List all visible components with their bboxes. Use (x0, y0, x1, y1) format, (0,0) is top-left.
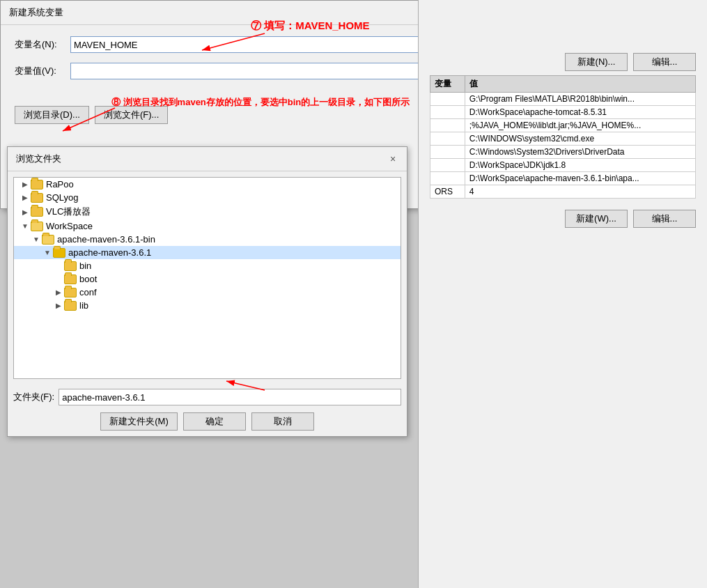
tree-toggle-apache-maven-bin: ▼ (31, 235, 42, 243)
tree-label-conf: conf (79, 287, 97, 297)
folder-label: 文件夹(F): (13, 391, 54, 403)
browse-file-button[interactable]: 浏览文件(F)... (95, 106, 168, 124)
tree-label-workspace: WorkSpace (46, 221, 93, 231)
tree-item-conf[interactable]: ▶conf (14, 286, 401, 299)
table-row: G:\Program Files\MATLAB\R2018b\bin\win..… (430, 93, 696, 106)
tree-toggle-lib: ▶ (53, 302, 64, 309)
tree-item-vlc[interactable]: ▶VLC播放器 (14, 204, 401, 219)
edit-w-button[interactable]: 编辑... (633, 210, 696, 228)
table-cell-var (430, 93, 465, 106)
folder-icon-workspace (31, 222, 43, 231)
tree-item-workspace[interactable]: ▼WorkSpace (14, 219, 401, 233)
tree-label-lib: lib (79, 300, 88, 311)
tree-toggle-workspace: ▼ (20, 222, 31, 230)
file-browser-dialog: 浏览文件夹 × ▶RaPoo▶SQLyog▶VLC播放器▼WorkSpace▼a… (7, 146, 407, 437)
new-folder-button[interactable]: 新建文件夹(M) (100, 412, 178, 431)
col-var-header: 变量 (430, 76, 465, 93)
table-row: D:\WorkSpace\apache-tomcat-8.5.31 (430, 106, 696, 119)
folder-icon-apache-maven (53, 248, 65, 258)
tree-item-rapoo[interactable]: ▶RaPoo (14, 178, 401, 191)
top-btn-row: 新建(N)... 编辑... (430, 53, 696, 71)
bottom-btn-row: 新建(W)... 编辑... (430, 210, 696, 228)
tree-item-apache-maven-bin[interactable]: ▼apache-maven-3.6.1-bin (14, 233, 401, 246)
table-cell-var (430, 172, 465, 185)
folder-icon-boot (64, 274, 77, 284)
tree-toggle-sqlyog: ▶ (20, 194, 31, 201)
new-w-button[interactable]: 新建(W)... (565, 210, 628, 228)
table-row: C:\WINDOWS\system32\cmd.exe (430, 132, 696, 146)
table-cell-val: D:\WorkSpace\apache-maven-3.6.1-bin\apa.… (465, 172, 695, 185)
table-cell-val: C:\WINDOWS\system32\cmd.exe (465, 132, 695, 146)
folder-icon-lib (64, 301, 77, 311)
tree-item-boot[interactable]: boot (14, 272, 401, 286)
table-row: ORS4 (430, 185, 696, 199)
file-dialog-title: 浏览文件夹 (16, 153, 61, 165)
right-panel-inner: 新建(N)... 编辑... 变量 值 G:\Program Files\MAT… (419, 0, 707, 243)
table-cell-val: ;%JAVA_HOME%\lib\dt.jar;%JAVA_HOME%... (465, 119, 695, 132)
tree-toggle-apache-maven: ▼ (42, 249, 53, 256)
table-row: C:\Windows\System32\Drivers\DriverData (430, 146, 696, 159)
file-bottom-buttons: 新建文件夹(M) 确定 取消 (8, 408, 407, 436)
tree-label-apache-maven: apache-maven-3.6.1 (68, 247, 151, 258)
table-cell-var: ORS (430, 185, 465, 199)
table-cell-var (430, 146, 465, 159)
tree-toggle-vlc: ▶ (20, 208, 31, 216)
tree-label-bin: bin (79, 261, 91, 271)
file-dialog-titlebar: 浏览文件夹 × (8, 147, 407, 171)
var-value-label: 变量值(V): (15, 65, 70, 77)
col-val-header: 值 (465, 76, 695, 93)
file-tree-area[interactable]: ▶RaPoo▶SQLyog▶VLC播放器▼WorkSpace▼apache-ma… (13, 177, 401, 379)
table-cell-val: 4 (465, 185, 695, 199)
right-panel: 新建(N)... 编辑... 变量 值 G:\Program Files\MAT… (418, 0, 707, 588)
table-cell-var (430, 119, 465, 132)
tree-item-lib[interactable]: ▶lib (14, 299, 401, 312)
env-table-top-section: 新建(N)... 编辑... 变量 值 G:\Program Files\MAT… (430, 53, 696, 228)
tree-item-apache-maven[interactable]: ▼apache-maven-3.6.1 (14, 246, 401, 259)
edit-n-button[interactable]: 编辑... (633, 53, 696, 71)
folder-icon-apache-maven-bin (42, 235, 54, 245)
tree-label-vlc: VLC播放器 (46, 206, 91, 218)
file-cancel-button[interactable]: 取消 (251, 412, 314, 431)
table-cell-var (430, 132, 465, 146)
tree-toggle-rapoo: ▶ (20, 180, 31, 188)
table-cell-var (430, 159, 465, 172)
table-row: D:\WorkSpace\JDK\jdk1.8 (430, 159, 696, 172)
browse-dir-button[interactable]: 浏览目录(D)... (15, 106, 89, 124)
table-cell-val: D:\WorkSpace\apache-tomcat-8.5.31 (465, 106, 695, 119)
folder-icon-rapoo (31, 180, 43, 189)
folder-icon-conf (64, 288, 77, 297)
tree-label-apache-maven-bin: apache-maven-3.6.1-bin (57, 234, 155, 245)
file-ok-button[interactable]: 确定 (183, 412, 246, 431)
table-cell-val: D:\WorkSpace\JDK\jdk1.8 (465, 159, 695, 172)
table-row: D:\WorkSpace\apache-maven-3.6.1-bin\apa.… (430, 172, 696, 185)
folder-icon-vlc (31, 207, 43, 217)
tree-label-boot: boot (79, 274, 97, 284)
table-cell-val: C:\Windows\System32\Drivers\DriverData (465, 146, 695, 159)
tree-label-sqlyog: SQLyog (46, 192, 79, 203)
tree-item-bin[interactable]: bin (14, 259, 401, 272)
var-name-label: 变量名(N): (15, 38, 70, 51)
table-row: ;%JAVA_HOME%\lib\dt.jar;%JAVA_HOME%... (430, 119, 696, 132)
tree-label-rapoo: RaPoo (46, 179, 74, 189)
folder-icon-bin (64, 261, 77, 271)
env-table: 变量 值 G:\Program Files\MATLAB\R2018b\bin\… (430, 75, 696, 199)
dialog-title: 新建系统变量 (9, 6, 63, 19)
folder-icon-sqlyog (31, 193, 43, 203)
folder-input-row: 文件夹(F): (8, 385, 407, 408)
new-n-button[interactable]: 新建(N)... (565, 53, 628, 71)
file-close-icon[interactable]: × (387, 153, 398, 164)
tree-item-sqlyog[interactable]: ▶SQLyog (14, 191, 401, 204)
table-cell-val: G:\Program Files\MATLAB\R2018b\bin\win..… (465, 93, 695, 106)
folder-input[interactable] (59, 389, 401, 405)
tree-toggle-conf: ▶ (53, 288, 64, 296)
table-cell-var (430, 106, 465, 119)
